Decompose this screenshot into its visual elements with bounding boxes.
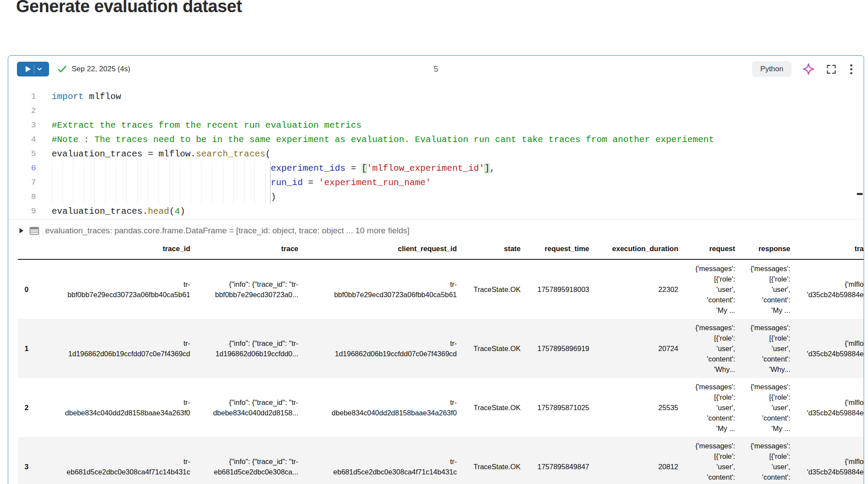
code-text[interactable]: experiment_ids = ['mlflow_experiment_id'… [36, 161, 495, 176]
indent-guides [52, 190, 271, 204]
table-cell: {"info": {"trace_id": "tr- bbf0bb7e29ecd… [190, 259, 298, 319]
column-header: tra [790, 241, 864, 259]
row-index: 2 [18, 378, 35, 437]
code-token: 4 [175, 206, 180, 216]
kebab-menu-icon[interactable] [848, 63, 855, 76]
table-cell: tr- dbebe834c040dd2d8158baae34a263f0 [298, 378, 457, 437]
output-header: evaluation_traces: pandas.core.frame.Dat… [8, 220, 864, 241]
collapse-triangle-icon[interactable] [20, 228, 23, 233]
table-cell: TraceState.OK [457, 259, 521, 319]
code-text[interactable]: #Extract the traces from the recent run … [36, 118, 362, 133]
checkmark-icon [57, 64, 67, 74]
code-text[interactable]: #Note : The traces need to be in the sam… [36, 133, 714, 147]
column-header: request_time [521, 241, 589, 259]
table-row: 2tr- dbebe834c040dd2d8158baae34a263f0{"i… [18, 378, 864, 437]
code-line[interactable]: 4#Note : The traces need to be in the sa… [8, 133, 864, 147]
code-token: run_id [271, 178, 303, 188]
column-header: execution_duration [589, 241, 678, 259]
table-cell: {'mlflo 'd35cb24b59884e [790, 437, 864, 484]
table-cell: {'mlflo 'd35cb24b59884e [790, 259, 864, 319]
language-selector[interactable]: Python [752, 61, 792, 77]
code-text[interactable]: import mlflow [36, 90, 121, 104]
code-token: mlflow [84, 92, 121, 102]
table-cell: {'mlflo 'd35cb24b59884e [790, 319, 864, 378]
run-button-divider [34, 65, 34, 73]
dataframe-table-wrap: trace_idtraceclient_request_idstatereque… [18, 241, 864, 484]
table-cell: {'messages': [{'role': 'user', 'content'… [735, 259, 790, 319]
row-index: 3 [18, 437, 35, 484]
code-token: ( [169, 206, 175, 216]
line-number: 1 [8, 90, 36, 104]
code-line[interactable]: 5evaluation_traces = mlflow.search_trace… [8, 147, 864, 161]
column-header: state [457, 241, 521, 259]
table-cell: 1757895918003 [521, 259, 589, 319]
last-run-timestamp: Sep 22, 2025 (4s) [72, 65, 130, 73]
column-header: trace [190, 241, 298, 259]
table-cell: {'messages': [{'role': 'user', 'content'… [678, 259, 735, 319]
table-cell: tr- 1d196862d06b19ccfdd07c0e7f4369cd [35, 319, 190, 378]
code-token: , [490, 163, 495, 173]
column-header [18, 241, 35, 259]
dataframe-icon [30, 227, 39, 235]
line-number: 3 [8, 118, 36, 133]
table-cell: 20812 [589, 437, 678, 484]
column-header: request [678, 241, 735, 259]
notebook-cell: Sep 22, 2025 (4s) 5 Python 1import mlflo… [8, 55, 864, 484]
chevron-down-icon[interactable] [36, 66, 43, 73]
table-cell: {'messages': [{'role': 'user', 'content'… [735, 437, 790, 484]
code-token: #Extract the traces from the recent run … [52, 120, 362, 130]
line-number: 6 [8, 161, 36, 176]
code-token: experiment_ids [271, 163, 345, 173]
table-cell: 1757895896919 [521, 319, 589, 378]
play-icon [26, 66, 31, 72]
code-line[interactable]: 7run_id = 'experiment_run_name' [8, 176, 864, 190]
toolbar-right-group: Python [752, 61, 855, 77]
code-token: evaluation_traces = mlflow. [52, 149, 196, 159]
run-cell-button[interactable] [17, 62, 49, 76]
code-text[interactable]: run_id = 'experiment_run_name' [36, 176, 431, 190]
table-cell: tr- 1d196862d06b19ccfdd07c0e7f4369cd [298, 319, 457, 378]
table-cell: {"info": {"trace_id": "tr- eb681d5ce2dbc… [190, 437, 298, 484]
code-text[interactable] [36, 104, 52, 118]
table-cell: {'messages': [{'role': 'user', 'content'… [678, 319, 735, 378]
column-header: trace_id [35, 241, 190, 259]
code-token: ) [180, 206, 185, 216]
column-header: response [735, 241, 790, 259]
table-cell: TraceState.OK [457, 437, 521, 484]
execution-count: 5 [434, 64, 439, 74]
column-header: client_request_id [298, 241, 457, 259]
sparkle-ai-icon[interactable] [802, 63, 815, 76]
table-cell: {'mlflo 'd35cb24b59884e [790, 378, 864, 437]
line-number: 4 [8, 133, 36, 147]
code-editor[interactable]: 1import mlflow23#Extract the traces from… [8, 83, 864, 219]
table-cell: 25535 [589, 378, 678, 437]
table-cell: {'messages': [{'role': 'user', 'content'… [678, 378, 735, 437]
table-row: 1tr- 1d196862d06b19ccfdd07c0e7f4369cd{"i… [18, 319, 864, 378]
code-text[interactable]: ) [36, 190, 276, 204]
code-token: = [303, 178, 319, 188]
table-row: 0tr- bbf0bb7e29ecd30723a06fbb40ca5b61{"i… [18, 259, 864, 319]
table-cell: 1757895849847 [521, 437, 589, 484]
line-number: 9 [8, 204, 36, 219]
code-token: import [52, 92, 84, 102]
code-line[interactable]: 3#Extract the traces from the recent run… [8, 118, 864, 133]
code-line[interactable]: 2 [8, 104, 864, 118]
code-token: 'mlflow_experiment_id' [367, 163, 485, 173]
code-text[interactable]: evaluation_traces = mlflow.search_traces… [36, 147, 271, 161]
table-cell: tr- dbebe834c040dd2d8158baae34a263f0 [35, 378, 190, 437]
code-line[interactable]: 8) [8, 190, 864, 204]
fullscreen-icon[interactable] [825, 63, 837, 75]
code-token: search_traces [196, 149, 265, 159]
code-token: 'experiment_run_name' [319, 178, 431, 188]
code-token: = [346, 163, 362, 173]
code-line[interactable]: 1import mlflow [8, 90, 864, 104]
code-text[interactable]: evaluation_traces.head(4) [36, 204, 185, 219]
scrollbar-mark[interactable] [857, 193, 863, 195]
code-token: head [148, 206, 169, 216]
cell-output: evaluation_traces: pandas.core.frame.Dat… [8, 219, 864, 484]
code-line[interactable]: 9evaluation_traces.head(4) [8, 204, 864, 219]
code-line[interactable]: 6experiment_ids = ['mlflow_experiment_id… [8, 161, 864, 176]
indent-guides [52, 176, 271, 190]
dataframe-table: trace_idtraceclient_request_idstatereque… [18, 241, 864, 484]
table-cell: TraceState.OK [457, 378, 521, 437]
